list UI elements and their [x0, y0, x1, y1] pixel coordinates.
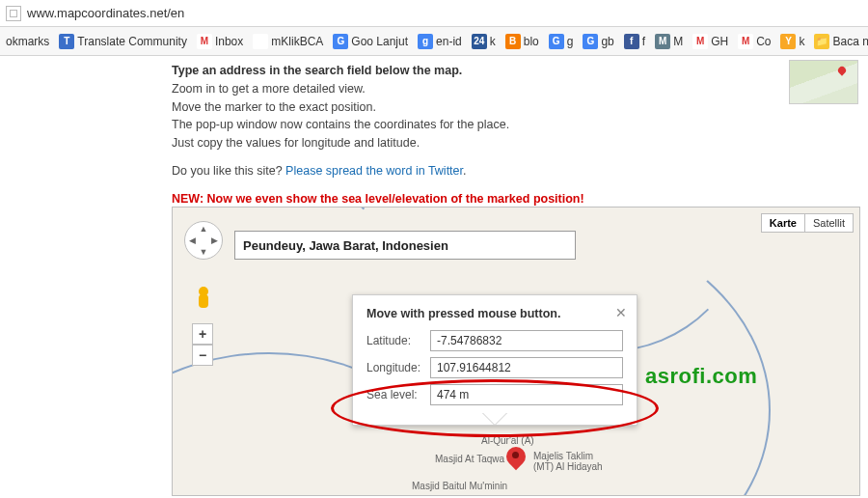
- bookmark-item[interactable]: GGoo Lanjut: [333, 34, 408, 49]
- bookmark-label: Baca nant: [832, 35, 868, 48]
- instruction-line: Move the marker to the exact position.: [172, 100, 376, 114]
- bookmark-label: en-id: [436, 35, 462, 48]
- bookmark-label: mKlikBCA: [271, 35, 323, 48]
- map-type-map[interactable]: Karte: [762, 214, 805, 232]
- bookmark-icon: g: [418, 34, 433, 49]
- bookmark-icon: G: [583, 34, 598, 49]
- bookmark-icon: 📁: [814, 34, 829, 49]
- bookmark-item[interactable]: MGH: [692, 34, 728, 49]
- poi-label: Majelis Taklim (MT) Al Hidayah: [533, 451, 603, 472]
- bookmark-item[interactable]: Yk: [780, 34, 804, 49]
- longitude-label: Longitude:: [366, 361, 430, 374]
- instruction-line: Just copy the values for longitude and l…: [172, 136, 420, 150]
- pan-up-icon[interactable]: ▲: [200, 224, 208, 234]
- twitter-prefix: Do you like this site?: [172, 164, 285, 178]
- map-thumbnail[interactable]: [789, 60, 858, 104]
- bookmark-label: M: [673, 35, 683, 48]
- bookmark-item[interactable]: 📁Baca nant: [814, 34, 868, 49]
- bookmark-icon: M: [197, 34, 212, 49]
- bookmarks-bar: okmarks TTranslate CommunityMInboxmKlikB…: [0, 27, 868, 56]
- bookmark-icon: M: [738, 34, 753, 49]
- bookmark-label: g: [567, 35, 574, 48]
- bookmark-icon: T: [59, 34, 74, 49]
- instruction-line: Type an address in the search field belo…: [172, 64, 462, 77]
- instruction-line: The pop-up window now contains the coord…: [172, 118, 509, 131]
- bookmark-icon: Y: [780, 34, 796, 49]
- map-type-control[interactable]: Karte Satellit: [761, 213, 854, 233]
- map-container[interactable]: ▲ ▼ ◀ ▶ + − Peundeuy, Jawa Barat, Indone…: [172, 207, 860, 496]
- bookmark-icon: f: [624, 34, 639, 49]
- bookmark-item[interactable]: ff: [624, 34, 645, 49]
- pan-left-icon[interactable]: ◀: [189, 235, 196, 245]
- bookmark-item[interactable]: Ggb: [583, 34, 613, 49]
- bookmark-icon: B: [505, 34, 521, 49]
- twitter-link[interactable]: Please spread the word in Twitter: [285, 164, 463, 178]
- bookmark-item[interactable]: TTranslate Community: [59, 34, 187, 49]
- zoom-out-button[interactable]: −: [192, 345, 213, 366]
- bookmark-icon: G: [549, 34, 564, 49]
- address-bar: www.mapcoordinates.net/en: [0, 0, 868, 27]
- bookmark-item[interactable]: gen-id: [418, 34, 462, 49]
- bookmark-label: blo: [524, 35, 539, 48]
- bookmark-label: k: [799, 35, 804, 48]
- longitude-input[interactable]: [430, 357, 623, 378]
- bookmark-label: Goo Lanjut: [351, 35, 408, 48]
- map-search-input[interactable]: Peundeuy, Jawa Barat, Indonesien: [234, 231, 576, 260]
- bookmark-item[interactable]: MInbox: [197, 34, 243, 49]
- bookmark-item[interactable]: mKlikBCA: [253, 34, 323, 49]
- latitude-input[interactable]: [430, 330, 623, 351]
- bookmark-item[interactable]: MM: [655, 34, 683, 49]
- bookmark-item[interactable]: Bblo: [505, 34, 539, 49]
- bookmark-icon: [253, 34, 268, 49]
- bookmark-item[interactable]: 24k: [472, 34, 496, 49]
- zoom-in-button[interactable]: +: [192, 323, 213, 345]
- bookmark-label: Inbox: [215, 35, 243, 48]
- pan-down-icon[interactable]: ▼: [200, 247, 208, 257]
- new-feature-line: NEW: Now we even show the sea level/elev…: [172, 190, 868, 208]
- info-popup: ✕ Move with pressed mouse button. Latitu…: [352, 294, 637, 426]
- url-text[interactable]: www.mapcoordinates.net/en: [27, 6, 184, 20]
- bookmark-label: Co: [756, 35, 771, 48]
- bookmark-label: Translate Community: [77, 35, 187, 48]
- poi-label: Masjid At Taqwa: [435, 454, 504, 464]
- bookmark-label: k: [490, 35, 496, 48]
- bookmark-icon: M: [692, 34, 708, 49]
- instruction-line: Zoom in to get a more detailed view.: [172, 82, 366, 96]
- map-type-satellite[interactable]: Satellit: [805, 214, 853, 232]
- bookmark-label: f: [642, 35, 645, 48]
- page-icon: [6, 6, 21, 21]
- bookmark-icon: M: [655, 34, 670, 49]
- bookmark-item[interactable]: MCo: [738, 34, 771, 49]
- map-marker[interactable]: [506, 447, 526, 474]
- pan-right-icon[interactable]: ▶: [211, 235, 218, 245]
- poi-label: Masjid Baitul Mu'minin: [412, 481, 507, 491]
- pan-control[interactable]: ▲ ▼ ◀ ▶: [184, 221, 223, 260]
- bookmark-label: GH: [711, 35, 728, 48]
- sealevel-input[interactable]: [430, 384, 623, 405]
- sealevel-label: Sea level:: [366, 388, 430, 401]
- latitude-label: Latitude:: [366, 334, 430, 347]
- popup-title: Move with pressed mouse button.: [366, 307, 623, 320]
- close-icon[interactable]: ✕: [615, 305, 627, 320]
- bookmark-label: gb: [601, 35, 613, 48]
- pegman-icon[interactable]: [197, 287, 210, 312]
- bookmark-icon: G: [333, 34, 348, 49]
- bookmark-item[interactable]: Gg: [549, 34, 574, 49]
- page-instructions: Type an address in the search field belo…: [0, 56, 868, 208]
- bookmarks-label: okmarks: [6, 35, 49, 48]
- bookmark-icon: 24: [472, 34, 487, 49]
